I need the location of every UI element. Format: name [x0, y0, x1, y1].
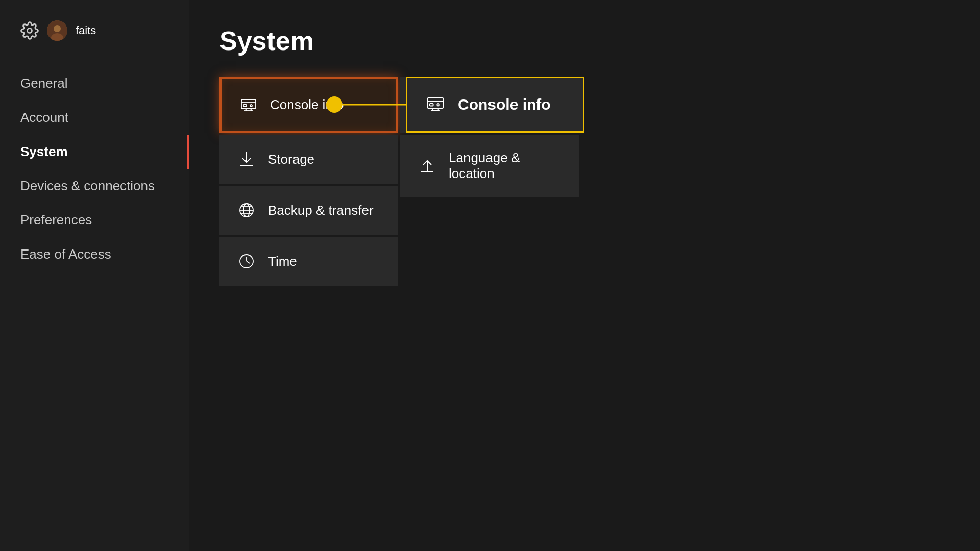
svg-rect-29 [430, 104, 433, 106]
username: faits [76, 24, 96, 37]
page-title: System [219, 26, 949, 56]
grid-item-updates[interactable]: Storage [219, 135, 398, 184]
sidebar-item-devices[interactable]: Devices & connections [0, 169, 189, 203]
tooltip-console-icon [425, 93, 446, 116]
sidebar-nav: General Account System Devices & connect… [0, 66, 189, 271]
sidebar-item-label: Preferences [20, 212, 92, 228]
sidebar-item-label: General [20, 76, 68, 91]
backup-transfer-label: Language & location [449, 150, 561, 182]
updates-label: Storage [268, 152, 314, 167]
language-location-label: Backup & transfer [268, 203, 374, 218]
grid-item-console-info[interactable]: Console info [219, 77, 398, 133]
console-icon [239, 95, 258, 114]
globe-icon [237, 201, 256, 219]
grid-item-time[interactable]: Time [219, 237, 398, 286]
sidebar-item-label: Devices & connections [20, 178, 155, 193]
sidebar-item-general[interactable]: General [0, 66, 189, 101]
time-label: Time [268, 254, 297, 269]
grid-item-language-location[interactable]: Backup & transfer [219, 186, 398, 235]
main-content: System [189, 0, 980, 551]
svg-point-0 [28, 29, 32, 33]
download-icon [237, 150, 256, 168]
svg-point-30 [437, 104, 439, 106]
tooltip-console-info: Console info [406, 77, 584, 133]
sidebar-item-preferences[interactable]: Preferences [0, 203, 189, 237]
svg-rect-4 [241, 99, 256, 109]
svg-rect-27 [427, 98, 443, 108]
svg-rect-6 [243, 105, 247, 107]
svg-point-7 [250, 105, 252, 107]
sidebar-item-account[interactable]: Account [0, 101, 189, 135]
svg-point-2 [54, 25, 61, 32]
tooltip-label: Console info [458, 96, 551, 113]
sidebar-item-label: Account [20, 110, 68, 125]
grid-item-backup-transfer[interactable]: Language & location [400, 135, 579, 197]
sidebar-item-label: Ease of Access [20, 246, 111, 262]
avatar [47, 20, 67, 41]
sidebar: faits General Account System Devices & c… [0, 0, 189, 551]
profile-section: faits [0, 20, 189, 66]
upload-icon [418, 157, 436, 175]
gear-icon [20, 21, 39, 40]
clock-icon [237, 252, 256, 270]
sidebar-item-system[interactable]: System [0, 135, 189, 169]
svg-line-20 [247, 261, 250, 263]
console-info-label: Console info [270, 97, 344, 113]
sidebar-item-label: System [20, 144, 68, 159]
sidebar-item-ease-of-access[interactable]: Ease of Access [0, 237, 189, 271]
